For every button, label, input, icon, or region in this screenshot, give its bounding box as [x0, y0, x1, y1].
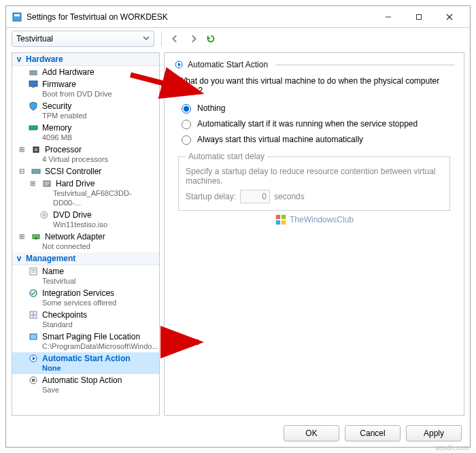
watermark-logo: TheWindowsClub	[275, 214, 354, 226]
cpu-icon	[31, 145, 41, 154]
pane-question: What do you want this virtual machine to…	[178, 76, 454, 95]
collapse-icon: v	[15, 54, 23, 64]
start-action-icon	[174, 60, 184, 69]
disc-icon	[39, 210, 49, 220]
memory-icon	[29, 123, 38, 133]
svg-rect-3	[416, 14, 421, 19]
tree-dvd-drive[interactable]: DVD Drive Win11testiso.iso	[12, 209, 159, 231]
expand-icon[interactable]: ⊞	[19, 145, 26, 154]
tree-firmware[interactable]: Firmware Boot from DVD Drive	[12, 78, 159, 100]
content-pane: Automatic Start Action What do you want …	[164, 52, 464, 416]
tree-automatic-stop-action[interactable]: Automatic Stop Action Save	[12, 374, 159, 396]
svg-point-18	[48, 184, 50, 186]
expand-icon[interactable]: ⊞	[19, 232, 26, 241]
svg-rect-8	[32, 86, 35, 88]
tree-add-hardware[interactable]: Add Hardware	[12, 66, 159, 78]
dialog-footer: OK Cancel Apply	[6, 418, 470, 447]
collapse-icon: v	[15, 254, 23, 263]
svg-rect-1	[14, 14, 20, 16]
chevron-down-icon	[143, 34, 150, 44]
network-icon	[31, 232, 41, 241]
svg-rect-28	[30, 334, 37, 339]
minimize-button[interactable]	[373, 7, 403, 27]
nav-back-button[interactable]	[169, 32, 182, 46]
svg-rect-36	[282, 220, 286, 224]
firmware-icon	[29, 80, 38, 89]
delay-unit: seconds	[274, 192, 305, 201]
svg-rect-16	[32, 169, 40, 173]
svg-rect-33	[276, 215, 280, 219]
svg-rect-7	[29, 81, 37, 86]
svg-rect-15	[35, 148, 37, 151]
hardware-section-header[interactable]: v Hardware	[12, 53, 159, 66]
controller-icon	[31, 167, 41, 176]
corner-watermark: wsxdn.com	[435, 444, 469, 452]
ok-button[interactable]: OK	[284, 425, 339, 441]
collapse-icon[interactable]: ⊟	[19, 167, 26, 176]
apply-button[interactable]: Apply	[406, 425, 462, 441]
expand-icon[interactable]: ⊞	[30, 179, 37, 188]
tree-integration-services[interactable]: Integration Services Some services offer…	[12, 287, 159, 309]
cancel-button[interactable]: Cancel	[345, 425, 401, 441]
add-hardware-icon	[29, 67, 38, 77]
svg-point-20	[44, 214, 46, 216]
pane-title: Automatic Start Action	[188, 60, 268, 69]
name-icon	[29, 267, 38, 276]
shield-icon	[29, 101, 38, 111]
automatic-start-delay-group: Automatic start delay Specify a startup …	[178, 152, 450, 211]
maximize-button[interactable]	[403, 7, 434, 27]
delay-label: Startup delay:	[186, 192, 236, 201]
tree-network-adapter[interactable]: ⊞Network Adapter Not connected	[12, 231, 159, 252]
paging-icon	[29, 332, 38, 341]
tree-smart-paging[interactable]: Smart Paging File Location C:\ProgramDat…	[12, 331, 159, 352]
vm-selector[interactable]: Testvirtual	[12, 31, 154, 47]
close-button[interactable]	[434, 7, 464, 27]
stop-action-icon	[29, 375, 38, 385]
tree-scsi-controller[interactable]: ⊟SCSI Controller	[12, 165, 159, 178]
radio-nothing[interactable]: Nothing	[178, 102, 454, 114]
tree-security[interactable]: Security TPM enabled	[12, 100, 159, 122]
nav-forward-button[interactable]	[186, 32, 200, 46]
disk-icon	[42, 179, 52, 188]
integration-icon	[29, 288, 38, 298]
radio-auto-if-running[interactable]: Automatically start if it was running wh…	[178, 118, 454, 129]
svg-rect-31	[32, 379, 35, 382]
svg-rect-9	[29, 126, 37, 129]
toolbar: Testvirtual	[6, 28, 470, 50]
window-title: Settings for Testvirtual on WORKDESK	[27, 12, 373, 22]
app-icon	[12, 12, 22, 22]
delay-legend: Automatic start delay	[186, 152, 267, 161]
startup-delay-input[interactable]	[240, 190, 270, 203]
vm-selector-text: Testvirtual	[16, 34, 53, 44]
tree-processor[interactable]: ⊞Processor 4 Virtual processors	[12, 144, 159, 165]
svg-rect-6	[30, 71, 37, 75]
svg-rect-35	[276, 220, 280, 224]
checkpoint-icon	[29, 310, 38, 320]
tree-name[interactable]: Name Testvirtual	[12, 265, 159, 287]
tree-checkpoints[interactable]: Checkpoints Standard	[12, 309, 159, 331]
delay-description: Specify a startup delay to reduce resour…	[186, 167, 443, 186]
tree-automatic-start-action[interactable]: Automatic Start Action None	[12, 352, 159, 374]
tree-memory[interactable]: Memory 4096 MB	[12, 122, 159, 144]
radio-always-start[interactable]: Always start this virtual machine automa…	[178, 133, 454, 145]
management-section-header[interactable]: v Management	[12, 252, 159, 265]
svg-rect-22	[35, 237, 37, 239]
svg-rect-34	[282, 215, 286, 219]
svg-rect-0	[13, 13, 21, 21]
refresh-button[interactable]	[204, 32, 218, 46]
tree-hard-drive[interactable]: ⊞Hard Drive Testvirtual_AF68C3DD-DD00-..…	[12, 178, 159, 209]
start-action-icon	[29, 354, 38, 363]
svg-rect-23	[30, 268, 37, 275]
settings-tree[interactable]: v Hardware Add Hardware Firmware Boot fr…	[12, 52, 160, 416]
settings-window: Settings for Testvirtual on WORKDESK Tes…	[5, 5, 471, 448]
titlebar: Settings for Testvirtual on WORKDESK	[6, 6, 470, 28]
